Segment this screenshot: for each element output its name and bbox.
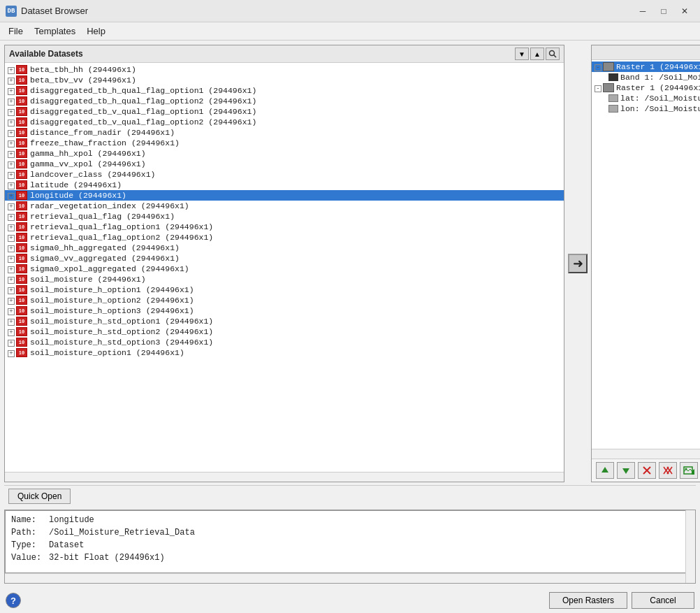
dataset-item[interactable]: +10sigma0_vv_aggregated (294496x1) xyxy=(5,253,564,264)
maximize-button[interactable]: □ xyxy=(654,3,673,19)
item-expander: + xyxy=(8,243,15,252)
info-row: Type:Dataset xyxy=(11,539,680,551)
info-label: Value: xyxy=(11,551,46,564)
small-raster-icon xyxy=(608,105,618,113)
raster-icon: 10 xyxy=(16,338,27,347)
dataset-item[interactable]: +10soil_moisture_h_std_option2 (294496x1… xyxy=(5,326,564,337)
add-to-raster-button[interactable]: ➜ xyxy=(568,254,588,273)
raster-tree-item[interactable]: Band 1: /Soil_Moisture_Retrieval_Data/so… xyxy=(592,72,700,82)
dataset-item[interactable]: +10distance_from_nadir (294496x1) xyxy=(5,127,564,138)
title-bar-left: DB Dataset Browser xyxy=(6,6,88,17)
close-button[interactable]: ✕ xyxy=(675,3,694,19)
raster-icon: 10 xyxy=(16,96,27,106)
dataset-item[interactable]: +10soil_moisture_h_std_option1 (294496x1… xyxy=(5,316,564,326)
info-label: Path: xyxy=(11,526,46,539)
dataset-item[interactable]: +10disaggregated_tb_h_qual_flag_option2 … xyxy=(5,96,564,106)
dataset-item[interactable]: +10retrieval_qual_flag_option2 (294496x1… xyxy=(5,232,564,243)
raster-tree-item[interactable]: lon: /Soil_Moisture_Retrieval_Data/longi… xyxy=(592,103,700,114)
remove-item-button[interactable] xyxy=(638,462,656,479)
cancel-button[interactable]: Cancel xyxy=(632,592,694,609)
sort-up-button[interactable]: ▲ xyxy=(530,48,544,60)
raster-icon: 10 xyxy=(16,285,27,294)
raster-icon: 10 xyxy=(16,348,27,357)
dataset-item[interactable]: +10radar_vegetation_index (294496x1) xyxy=(5,201,564,211)
menu-help[interactable]: Help xyxy=(81,24,111,38)
item-expander: + xyxy=(8,107,15,116)
left-panel: Available Datasets ▼ ▲ +10beta_tbh_hh (2… xyxy=(4,45,564,482)
xx-icon xyxy=(663,466,673,475)
sort-down-button[interactable]: ▼ xyxy=(515,48,529,60)
dataset-item[interactable]: +10soil_moisture_option1 (294496x1) xyxy=(5,347,564,358)
item-expander: + xyxy=(8,306,15,315)
dataset-item[interactable]: +10latitude (294496x1) xyxy=(5,180,564,190)
dataset-item[interactable]: +10disaggregated_tb_v_qual_flag_option1 … xyxy=(5,106,564,117)
tree-expander: - xyxy=(595,83,601,92)
dataset-label: soil_moisture_h_std_option1 (294496x1) xyxy=(30,317,213,326)
info-hscroll[interactable] xyxy=(5,573,695,583)
dataset-item[interactable]: +10gamma_hh_xpol (294496x1) xyxy=(5,148,564,159)
raster-tree-item[interactable]: lat: /Soil_Moisture_Retrieval_Data/latit… xyxy=(592,93,700,103)
item-expander: + xyxy=(8,65,15,74)
item-expander: + xyxy=(8,327,15,336)
dataset-item[interactable]: +10gamma_vv_xpol (294496x1) xyxy=(5,159,564,169)
svg-point-0 xyxy=(550,51,555,56)
search-button[interactable] xyxy=(546,48,560,60)
open-rasters-button[interactable]: Open Rasters xyxy=(549,592,627,609)
dataset-label: soil_moisture_h_std_option3 (294496x1) xyxy=(30,338,213,347)
raster-grid-icon xyxy=(603,62,614,71)
dataset-label: landcover_class (294496x1) xyxy=(30,170,155,179)
raster-tree-item[interactable]: -Raster 1 (294496x1x1) xyxy=(592,62,700,72)
dataset-item[interactable]: +10landcover_class (294496x1) xyxy=(5,169,564,180)
move-down-button[interactable] xyxy=(617,462,635,479)
dataset-item[interactable]: +10sigma0_hh_aggregated (294496x1) xyxy=(5,243,564,253)
raster-icon: 10 xyxy=(16,222,27,231)
raster-icon: 10 xyxy=(16,254,27,263)
menu-templates[interactable]: Templates xyxy=(29,24,81,38)
raster-icon: 10 xyxy=(16,138,27,147)
item-expander: + xyxy=(8,338,15,347)
dataset-item[interactable]: +10soil_moisture_h_option2 (294496x1) xyxy=(5,295,564,305)
item-expander: + xyxy=(8,275,15,284)
quick-open-button[interactable]: Quick Open xyxy=(8,489,71,504)
dataset-item[interactable]: +10sigma0_xpol_aggregated (294496x1) xyxy=(5,264,564,274)
right-panel: Raster Builder -Raster 1 (294496x1x1)Ban… xyxy=(591,45,700,482)
title-bar: DB Dataset Browser ─ □ ✕ xyxy=(0,0,700,22)
dataset-item[interactable]: +10retrieval_qual_flag (294496x1) xyxy=(5,211,564,222)
dataset-item[interactable]: +10soil_moisture_h_option3 (294496x1) xyxy=(5,305,564,316)
dataset-item[interactable]: +10freeze_thaw_fraction (294496x1) xyxy=(5,138,564,148)
raster-tree-item[interactable]: -Raster 1 (294496x1x2 – BSQ) xyxy=(592,82,700,93)
info-row: Value:32-bit Float (294496x1) xyxy=(11,551,680,564)
raster-icon: 10 xyxy=(16,317,27,326)
main-content: Available Datasets ▼ ▲ +10beta_tbh_hh (2… xyxy=(0,41,700,588)
right-arrow-icon: ➜ xyxy=(573,256,583,271)
dataset-label: gamma_vv_xpol (294496x1) xyxy=(30,159,146,168)
menu-file[interactable]: File xyxy=(3,24,29,38)
dataset-item[interactable]: +10beta_tbv_vv (294496x1) xyxy=(5,75,564,85)
minimize-button[interactable]: ─ xyxy=(633,3,652,19)
add-image-button[interactable] xyxy=(680,462,698,479)
dataset-item[interactable]: +10disaggregated_tb_h_qual_flag_option1 … xyxy=(5,85,564,96)
raster-icon: 10 xyxy=(16,65,27,74)
dataset-hscroll[interactable] xyxy=(5,472,564,482)
item-expander: + xyxy=(8,86,15,95)
help-button[interactable]: ? xyxy=(6,593,21,608)
dataset-item[interactable]: +10longitude (294496x1) xyxy=(5,190,564,201)
dataset-item[interactable]: +10retrieval_qual_flag_option1 (294496x1… xyxy=(5,222,564,232)
remove-all-button[interactable] xyxy=(659,462,677,479)
dataset-item[interactable]: +10beta_tbh_hh (294496x1) xyxy=(5,64,564,75)
info-label: Name: xyxy=(11,514,46,526)
dataset-list[interactable]: +10beta_tbh_hh (294496x1)+10beta_tbv_vv … xyxy=(5,63,564,472)
move-up-button[interactable] xyxy=(596,462,614,479)
info-panel-container: Name:longitudePath:/Soil_Moisture_Retrie… xyxy=(4,510,696,584)
raster-hscroll[interactable] xyxy=(592,449,700,459)
dataset-item[interactable]: +10soil_moisture (294496x1) xyxy=(5,274,564,284)
band-icon xyxy=(608,73,618,81)
dataset-item[interactable]: +10disaggregated_tb_v_qual_flag_option2 … xyxy=(5,117,564,127)
dataset-item[interactable]: +10soil_moisture_h_option1 (294496x1) xyxy=(5,284,564,295)
raster-tree[interactable]: -Raster 1 (294496x1x1)Band 1: /Soil_Mois… xyxy=(592,60,700,449)
raster-icon: 10 xyxy=(16,107,27,116)
info-panel-scrollbar[interactable] xyxy=(685,510,695,583)
dataset-item[interactable]: +10soil_moisture_h_std_option3 (294496x1… xyxy=(5,337,564,347)
info-value: 32-bit Float (294496x1) xyxy=(49,551,165,564)
dataset-label: disaggregated_tb_v_qual_flag_option1 (29… xyxy=(30,107,256,116)
